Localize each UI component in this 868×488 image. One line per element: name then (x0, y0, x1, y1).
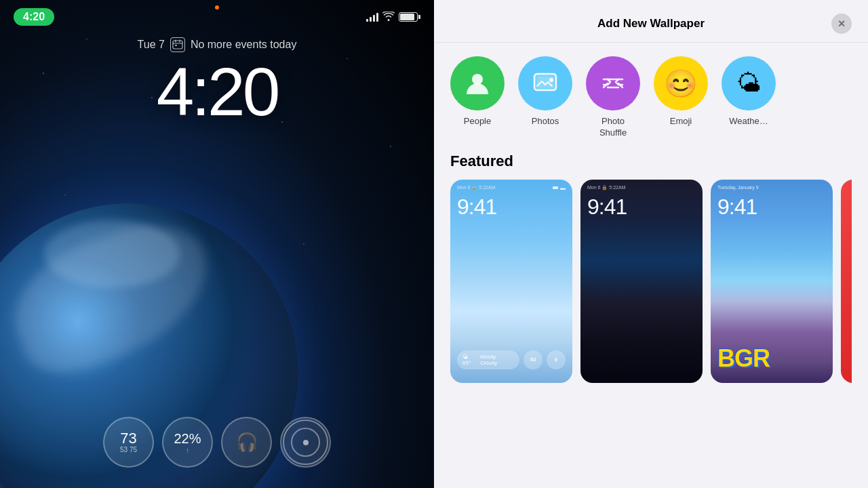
modal-header: Add New Wallpaper ✕ (434, 0, 868, 43)
featured-card-1[interactable]: Mon 6 🔒 5:22AM ▬ 9:41 🌤 65° Mostly Cloud… (450, 180, 572, 383)
battery-icon (399, 12, 420, 22)
svg-rect-0 (173, 41, 182, 49)
card1-status: Mon 6 🔒 5:22AM ▬ (457, 185, 566, 191)
category-emoji-circle: 😊 (654, 56, 708, 110)
category-shuffle-label: Photo Shuffle (599, 116, 627, 139)
featured-card-2[interactable]: Mon 6 🔒 5:22AM 9:41 (580, 180, 703, 383)
category-people-label: People (464, 116, 491, 127)
featured-card-3[interactable]: Tuesday, January 9 9:41 BGR (711, 180, 833, 383)
modal-title: Add New Wallpaper (471, 17, 831, 30)
card2-status: Mon 6 🔒 5:22AM (587, 185, 696, 190)
calendar-icon (170, 37, 185, 52)
status-icons (366, 12, 420, 23)
svg-point-5 (472, 74, 483, 85)
featured-card-partial (841, 180, 852, 383)
category-weather[interactable]: 🌤 Weathe… (722, 56, 776, 139)
category-photos-circle (518, 56, 572, 110)
category-people-circle (450, 56, 505, 110)
bgr-logo: BGR (717, 344, 826, 373)
calendar-event: Tue 7 No more events today (0, 37, 434, 52)
category-weather-label: Weathe… (729, 116, 768, 127)
card1-weather-text: 🌤 65° (462, 354, 477, 366)
card1-widgets: 🌤 65° Mostly Cloudy 83 0 (457, 350, 566, 369)
weather-temp: 73 (120, 431, 136, 446)
lock-screen: 4:20 (0, 0, 434, 488)
category-photos[interactable]: Photos (518, 56, 572, 139)
category-weather-circle: 🌤 (722, 56, 776, 110)
featured-section: Featured Mon 6 🔒 5:22AM ▬ 9:41 🌤 65° (434, 147, 868, 488)
card3-status: Tuesday, January 9 (717, 185, 826, 190)
svg-rect-4 (175, 45, 177, 46)
lock-screen-clock: 4:20 (0, 58, 434, 125)
music-widget (280, 417, 331, 468)
card1-time-container: 9:41 (457, 195, 496, 218)
card1-battery: ▬ (560, 185, 566, 191)
card1-weather-widget: 🌤 65° Mostly Cloudy (457, 350, 519, 369)
signal-bar-3 (373, 15, 375, 22)
card1-widget-circle-2: 0 (547, 350, 566, 369)
card1-circle-1-text: 83 (530, 357, 536, 362)
category-emoji-label: Emoji (670, 116, 692, 127)
category-people[interactable]: People (450, 56, 505, 139)
battery-widget-icon: ↑ (186, 447, 189, 454)
categories-row: People Photos (434, 43, 868, 147)
svg-point-8 (549, 78, 553, 82)
card1-status-icons: ▬ (553, 185, 566, 191)
wifi-icon (382, 12, 395, 23)
card1-widget-circle-1: 83 (524, 350, 542, 369)
featured-title: Featured (450, 152, 852, 170)
card3-time-container: 9:41 (717, 195, 757, 218)
widget-row: 73 53 75 22% ↑ 🎧 (0, 417, 434, 468)
signal-bar-2 (370, 17, 372, 22)
wallpaper-panel: Add New Wallpaper ✕ People (434, 0, 868, 488)
close-button[interactable]: ✕ (831, 14, 852, 34)
status-bar: 4:20 (0, 8, 434, 26)
card3-time: 9:41 (717, 196, 757, 218)
battery-widget: 22% ↑ (162, 417, 213, 468)
status-time-pill: 4:20 (14, 8, 54, 26)
category-emoji[interactable]: 😊 Emoji (654, 56, 708, 139)
calendar-event-text: No more events today (191, 39, 297, 51)
signal-bars-icon (366, 12, 378, 22)
signal-bar-1 (366, 19, 368, 22)
airpods-widget: 🎧 (221, 417, 272, 468)
card2-time-container: 9:41 (587, 195, 627, 218)
card1-circle-2-text: 0 (555, 357, 557, 362)
card1-weather-desc: Mostly Cloudy (480, 354, 514, 366)
weather-range: 53 75 (120, 446, 137, 453)
card1-signal (553, 186, 558, 189)
signal-bar-4 (376, 13, 378, 22)
card1-date: Mon 6 🔒 5:22AM (457, 185, 495, 190)
featured-grid: Mon 6 🔒 5:22AM ▬ 9:41 🌤 65° Mostly Cloud… (450, 180, 852, 383)
card2-time: 9:41 (587, 196, 627, 218)
category-photos-label: Photos (532, 116, 559, 127)
card2-date: Mon 6 🔒 5:22AM (587, 185, 625, 190)
lock-screen-time: 4:20 (0, 58, 434, 125)
weather-widget: 73 53 75 (103, 417, 154, 468)
music-ring-inner (291, 428, 320, 457)
card3-date: Tuesday, January 9 (717, 185, 759, 190)
airpods-icon: 🎧 (236, 432, 258, 453)
battery-percent: 22% (174, 431, 201, 447)
calendar-day: Tue 7 (138, 39, 165, 51)
card1-time: 9:41 (457, 196, 496, 218)
category-shuffle[interactable]: Photo Shuffle (586, 56, 640, 139)
category-shuffle-circle (586, 56, 640, 110)
